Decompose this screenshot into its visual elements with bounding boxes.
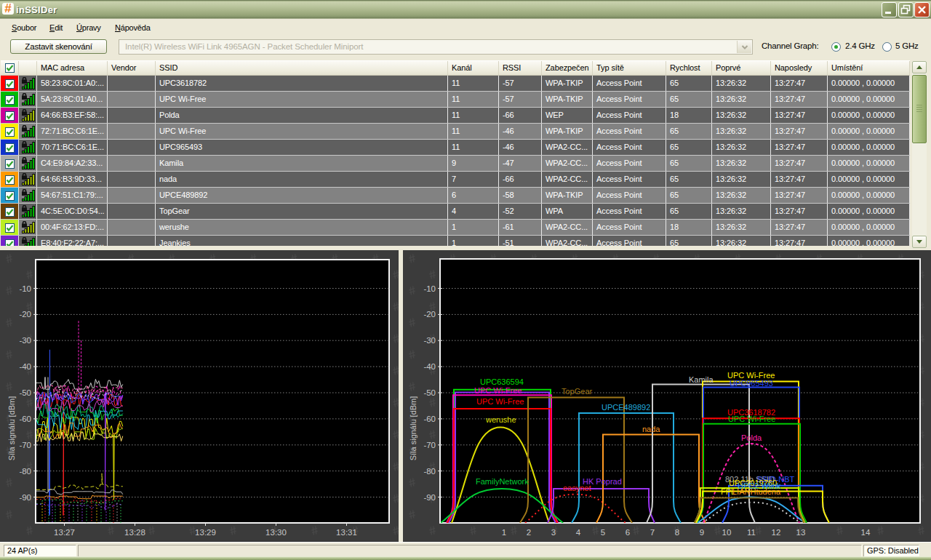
svg-text:-60: -60 — [423, 415, 436, 423]
svg-text:Polda: Polda — [741, 433, 762, 442]
svg-text:nada: nada — [642, 425, 660, 433]
svg-text:7: 7 — [650, 528, 655, 537]
svg-text:3: 3 — [551, 528, 556, 537]
svg-text:11: 11 — [747, 528, 756, 537]
svg-text:-70: -70 — [423, 441, 436, 449]
svg-text:10: 10 — [722, 528, 732, 537]
svg-text:-20: -20 — [423, 310, 436, 319]
svg-text:-70: -70 — [19, 441, 31, 449]
svg-text:13:27: 13:27 — [54, 528, 75, 537]
svg-text:LIANHtudena: LIANHtudena — [732, 487, 781, 496]
svg-text:13:29: 13:29 — [195, 528, 216, 537]
svg-text:-90: -90 — [423, 493, 436, 502]
svg-text:14: 14 — [861, 528, 871, 537]
svg-text:-40: -40 — [19, 362, 31, 371]
svg-text:-80: -80 — [19, 467, 31, 476]
svg-text:-20: -20 — [19, 310, 31, 319]
svg-text:FamilyNetwork: FamilyNetwork — [476, 477, 529, 486]
svg-text:13:31: 13:31 — [336, 528, 357, 537]
svg-text:-30: -30 — [19, 336, 31, 345]
svg-text:13:28: 13:28 — [124, 528, 145, 537]
svg-text:8: 8 — [675, 528, 679, 537]
svg-text:6: 6 — [626, 528, 630, 537]
svg-text:-40: -40 — [423, 362, 436, 371]
svg-text:Kamila: Kamila — [689, 375, 714, 384]
svg-text:-50: -50 — [423, 388, 436, 397]
svg-text:9: 9 — [700, 528, 704, 537]
svg-text:-10: -10 — [423, 284, 436, 293]
svg-text:Síla signálu [dBm]: Síla signálu [dBm] — [409, 396, 417, 461]
svg-text:2: 2 — [527, 528, 531, 537]
svg-text:-50: -50 — [19, 388, 31, 397]
svg-text:UPCE489892: UPCE489892 — [602, 403, 650, 412]
svg-text:UPC965493: UPC965493 — [730, 379, 773, 388]
svg-text:13:30: 13:30 — [265, 528, 287, 537]
svg-text:-60: -60 — [19, 415, 31, 423]
svg-text:TopGear: TopGear — [562, 387, 593, 396]
svg-text:HK Poprad: HK Poprad — [583, 477, 622, 486]
svg-text:-90: -90 — [19, 493, 31, 502]
svg-text:12: 12 — [772, 528, 781, 537]
svg-text:5: 5 — [601, 528, 605, 537]
svg-text:UPC636594: UPC636594 — [480, 377, 524, 386]
svg-text:1: 1 — [502, 528, 506, 537]
svg-text:UPC Wi-Free: UPC Wi-Free — [476, 397, 524, 406]
svg-text:13: 13 — [796, 528, 806, 537]
svg-text:UPC Wi-Free: UPC Wi-Free — [474, 386, 522, 395]
svg-text:-10: -10 — [19, 284, 31, 293]
svg-text:-30: -30 — [423, 336, 436, 345]
svg-text:werushe: werushe — [485, 415, 516, 424]
svg-text:UPC Wi-Free: UPC Wi-Free — [728, 415, 775, 423]
svg-text:4: 4 — [576, 528, 581, 537]
svg-text:Síla signálu [dBm]: Síla signálu [dBm] — [7, 396, 16, 461]
svg-text:-80: -80 — [423, 467, 436, 476]
